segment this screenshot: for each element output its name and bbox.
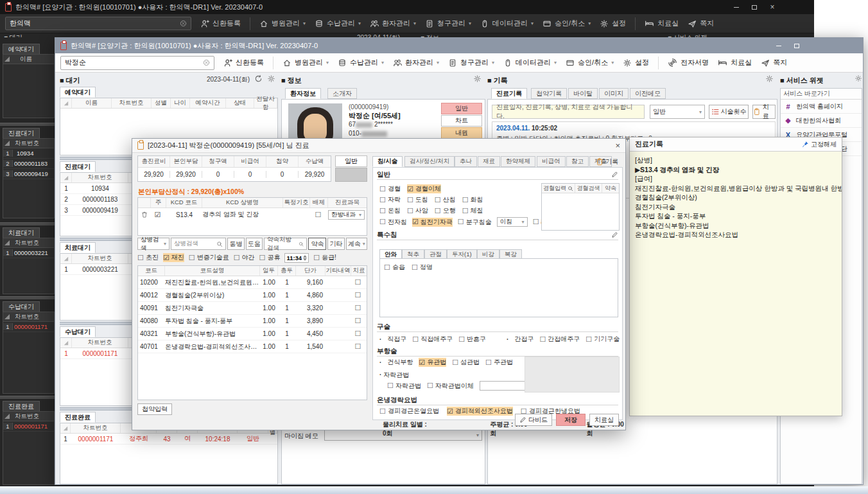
checkbox-jarak[interactable]: ☐자락 — [379, 195, 401, 204]
treat-checkbox[interactable]: ☐ — [355, 304, 361, 312]
bg-menu-message[interactable]: 쪽지 — [688, 19, 714, 28]
tab-material[interactable]: 재료 — [478, 156, 500, 167]
tab-reference[interactable]: 참고 — [566, 156, 589, 167]
tab-herbmed[interactable]: 한약제제 — [501, 156, 535, 167]
pencil-icon[interactable] — [611, 231, 618, 238]
bg-menu-hospital[interactable]: 병원관리▾ — [259, 19, 306, 28]
tab-consult-wait[interactable]: 진료대기 — [60, 161, 96, 172]
treat-checkbox[interactable]: ☐ — [355, 278, 361, 286]
checkbox-needle-estim[interactable]: ☑침전기자극 — [412, 218, 453, 227]
rx-search-input[interactable]: 약속처방 검색 — [264, 238, 307, 250]
code-row[interactable]: 40012경혈침술(2부위이상)1.0014,860☐ — [138, 289, 367, 302]
checkbox-ohaeng[interactable]: ☐오행 — [435, 206, 456, 215]
table-row[interactable]: 1 0000001171정주희 43여 10:24:18일반 — [60, 434, 277, 445]
procedure-count-button[interactable]: 시술횟수 — [709, 105, 749, 119]
splitter[interactable] — [0, 296, 55, 299]
checkbox-wet-cup[interactable]: ☐자락관법 — [387, 382, 421, 391]
link-akom[interactable]: ◆대한한의사협회 — [781, 114, 862, 128]
tab-uninsured[interactable]: 비급여 — [537, 156, 566, 167]
gear-icon[interactable] — [855, 75, 862, 82]
tab-referrer[interactable]: 소개자 — [327, 88, 357, 99]
code-row[interactable]: 40321부항술(건식부항)-유관법1.0014,450☐ — [138, 328, 367, 340]
help-button[interactable]: 도움 — [246, 238, 263, 250]
disease-search-select[interactable]: 상병검색▾ — [137, 238, 169, 250]
treatment-room-button[interactable]: 치료실 — [589, 414, 619, 426]
tab-exam[interactable]: 검사/정신/처치 — [404, 156, 455, 167]
menu-patient[interactable]: 환자관리▾ — [393, 58, 439, 67]
bg-tab-pay[interactable]: 수납대기 — [3, 301, 40, 312]
tab-needle[interactable]: 침/시술 — [372, 156, 403, 167]
disease-search-input[interactable]: 상병검색 — [171, 238, 226, 250]
badge-general[interactable]: 일반 — [441, 103, 482, 114]
checkbox-hwachim[interactable]: ☐화침 — [462, 195, 483, 204]
fg-minimize-button[interactable] — [770, 40, 787, 51]
bg-tab-consult[interactable]: 진료대기 — [3, 128, 40, 138]
refresh-icon[interactable] — [254, 75, 263, 83]
checkbox-chejil[interactable]: ☐체질 — [462, 206, 483, 215]
code-row[interactable]: 40091침전기자극술1.0013,320☐ — [138, 302, 367, 315]
holiday-checkbox[interactable]: ☐공휴 — [259, 253, 281, 262]
table-row[interactable]: 10000001171 — [3, 421, 54, 432]
treatment-room-button[interactable]: 치료실 — [718, 58, 752, 67]
bg-search-input[interactable]: 한의맥 — [5, 17, 191, 30]
badge-chart[interactable]: 차트 — [441, 115, 482, 127]
bg-menu-treatment-room[interactable]: 치료실 — [645, 19, 679, 28]
checkbox-wet-cup-iche[interactable]: ☐자락관법이체 — [427, 382, 474, 391]
expand-icon[interactable] — [4, 57, 10, 62]
bg-minimize-button[interactable] — [728, 2, 745, 12]
unpin-button[interactable]: 고정해제 — [802, 140, 837, 149]
menu-hospital[interactable]: 병원관리▾ — [282, 58, 329, 67]
message-button[interactable]: 쪽지 — [761, 58, 787, 67]
checkbox-flash-cup[interactable]: ☐섬관법 — [452, 358, 480, 367]
tab-consult-record[interactable]: 진료기록 — [491, 88, 527, 99]
tab-herb-record[interactable]: 첩약기록 — [531, 88, 567, 99]
treat-button[interactable]: 치료 — [752, 105, 776, 119]
menu-settings[interactable]: 설정 — [623, 58, 649, 67]
gear-icon[interactable] — [267, 75, 275, 83]
tab-vital[interactable]: 바이탈 — [568, 88, 598, 99]
menu-approval[interactable]: 승인/취소▾ — [566, 58, 614, 67]
code-row[interactable]: 10200재진진찰료-한의원,보건의료원,병원급이1.0019,160☐ — [138, 276, 367, 289]
tab-pay-wait[interactable]: 수납대기 — [60, 326, 96, 337]
david-button[interactable]: 다비드 — [515, 414, 552, 426]
bg-tab-done[interactable]: 진료완료 — [3, 401, 40, 411]
revisit-checkbox[interactable]: ☑재진 — [163, 253, 184, 262]
save-button[interactable]: 저장 — [556, 414, 586, 426]
splitter[interactable] — [0, 222, 55, 225]
checkbox-device-moxa[interactable]: ☐기기구술 — [586, 335, 620, 344]
e-sign-button[interactable]: 전자서명 — [668, 58, 709, 67]
bg-maximize-button[interactable] — [746, 2, 763, 12]
gear-icon[interactable] — [473, 75, 482, 83]
first-visit-checkbox[interactable]: ☐초진 — [137, 253, 159, 262]
pencil-icon[interactable] — [611, 171, 618, 178]
checkbox-retained-cup[interactable]: ☑유관법 — [419, 358, 446, 367]
checkbox-heat-therapy[interactable]: ☐경피경근온열요법 — [379, 407, 439, 416]
badge-visit[interactable]: 내원 — [441, 127, 482, 139]
checkbox-gyeonghyeol-iche[interactable]: ☑경혈이체 — [407, 184, 441, 193]
splitter[interactable] — [0, 123, 55, 126]
table-row[interactable]: 10000003221 — [3, 248, 54, 258]
checkbox-onchim[interactable]: ☐온침 — [379, 206, 401, 215]
kcd-name[interactable]: 경추의 염좌 및 긴장 — [202, 210, 283, 219]
table-row[interactable]: 20000001183 — [3, 159, 54, 169]
record-mini-button[interactable]: 기록 — [596, 156, 624, 167]
bg-menu-settings[interactable]: 설정 — [600, 19, 626, 28]
table-row[interactable]: 30000009419 — [3, 169, 54, 179]
kcd-dept-select[interactable]: 한방내과▾ — [328, 210, 365, 220]
bungu-select[interactable]: 이침▾ — [497, 217, 528, 227]
acupoint-input-col[interactable]: 경혈입력 — [542, 184, 575, 193]
record-filter-select[interactable]: 일반▾ — [650, 105, 705, 119]
continue-button[interactable]: 계속▾ — [346, 238, 367, 250]
tab-reserve-wait[interactable]: 예약대기 — [60, 87, 96, 98]
time-stepper[interactable]: 11:34 — [284, 253, 309, 263]
treat-checkbox[interactable]: ☐ — [355, 291, 361, 299]
menu-data[interactable]: 데이터관리▾ — [503, 58, 557, 67]
bg-menu-patient[interactable]: 환자관리▾ — [370, 19, 416, 28]
fg-search-input[interactable]: 박정순 — [60, 56, 214, 70]
link-hanimaek-home[interactable]: #한의맥 홈페이지 — [781, 100, 862, 114]
clear-icon[interactable] — [203, 59, 210, 66]
herb-input-button[interactable]: 첩약입력 — [137, 403, 172, 415]
clear-icon[interactable] — [180, 20, 187, 27]
kcd-code[interactable]: S13.4 — [166, 211, 202, 218]
bg-close-button[interactable]: × — [764, 2, 781, 12]
